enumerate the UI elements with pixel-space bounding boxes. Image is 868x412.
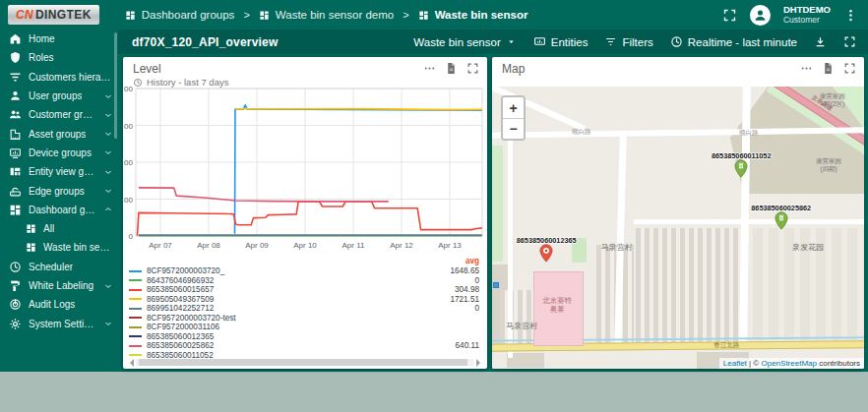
sidebar-scrollbar[interactable]	[114, 32, 117, 139]
breadcrumb-item[interactable]: Dashboard groups	[125, 9, 235, 21]
map-point-marker[interactable]	[493, 282, 499, 288]
legend-item[interactable]: 8695050493675091721.51	[129, 295, 479, 305]
chevron-down-icon	[103, 167, 113, 177]
widget-more-icon[interactable]	[800, 62, 813, 75]
sidebar-item-asset-groups[interactable]: Asset groups	[0, 124, 118, 143]
attribution-separator: | ©	[747, 359, 762, 368]
svg-text:500: 500	[124, 196, 134, 205]
sidebar-item-customers-hierarchy[interactable]: Customers hierarchy	[0, 68, 118, 87]
leaflet-link[interactable]: Leaflet	[723, 359, 747, 368]
widget-fullscreen-icon[interactable]	[843, 62, 856, 75]
dashboard-icon	[26, 242, 36, 253]
shield-icon	[9, 51, 22, 64]
sidebar-item-roles[interactable]: Roles	[0, 48, 118, 67]
breadcrumb-separator: >	[403, 9, 408, 21]
legend-label: 865385060025862	[147, 341, 456, 350]
breadcrumb: Dashboard groups>Waste bin sensor demo>W…	[125, 9, 528, 21]
scroll-left-icon[interactable]	[126, 359, 134, 367]
legend-color-swatch	[129, 270, 142, 272]
zoom-out-button[interactable]: −	[503, 118, 524, 139]
widget-more-icon[interactable]	[423, 62, 436, 75]
widget-export-icon[interactable]	[822, 62, 835, 75]
more-menu-icon[interactable]	[843, 8, 858, 23]
chevron-down-icon	[103, 319, 113, 328]
legend-item[interactable]: 865385060025862640.11	[129, 341, 479, 351]
sidebar-item-label: Customer groups	[29, 109, 96, 120]
legend-label: 8CF9572000003720-test	[147, 314, 479, 323]
sidebar-item-system-settings[interactable]: System Settings	[0, 314, 118, 332]
sidebar-item-home[interactable]: Home	[0, 29, 118, 48]
breadcrumb-item[interactable]: Waste bin sensor demo	[259, 9, 394, 21]
svg-text:Apr 13: Apr 13	[438, 241, 462, 250]
map-canvas[interactable]: + − Leaflet | © OpenStreetMap contributo…	[492, 87, 864, 369]
scrollbar-thumb[interactable]	[139, 359, 467, 366]
timewindow-button[interactable]: Realtime - last minute	[670, 35, 797, 48]
sidebar-item-device-groups[interactable]: Device groups	[0, 144, 118, 162]
widget-actions	[423, 62, 479, 87]
brand-logo[interactable]: CN DINGTEK	[8, 5, 99, 25]
legend-item[interactable]: 8CF9572000003720-test	[129, 314, 479, 324]
entities-button[interactable]: Entities	[533, 35, 589, 48]
level-hscrollbar[interactable]	[126, 358, 484, 367]
gear-icon	[9, 318, 22, 330]
dashboard-icon	[259, 10, 270, 21]
sidebar-item-all[interactable]: All	[0, 219, 118, 238]
filters-button[interactable]: Filters	[604, 35, 652, 48]
fullscreen-icon[interactable]	[722, 8, 737, 23]
sidebar-item-label: Dashboard groups	[29, 205, 96, 215]
legend-rows: 8CF9572000003720_1648.658643760469669320…	[129, 266, 479, 360]
user-info[interactable]: DHTDEMO Customer	[783, 5, 831, 26]
home-icon	[9, 32, 22, 45]
scrollbar-track[interactable]	[136, 359, 474, 366]
sidebar-item-label: User groups	[29, 90, 82, 101]
legend-color-swatch	[129, 345, 142, 347]
sidebar-item-dashboard-groups[interactable]: Dashboard groups	[0, 201, 118, 219]
sidebar-item-white-labeling[interactable]: White Labeling	[0, 276, 118, 295]
svg-text:Apr 08: Apr 08	[197, 241, 220, 250]
zoom-in-button[interactable]: +	[503, 97, 524, 118]
breadcrumb-item[interactable]: Waste bin sensor	[418, 9, 528, 21]
entities-icon	[533, 35, 546, 48]
legend-item[interactable]: 865385060012365	[129, 332, 479, 342]
sidebar: HomeRolesCustomers hierarchyUser groupsC…	[0, 29, 118, 372]
dashboard-toolbar: df70X_120_API_overview Waste bin sensor …	[118, 29, 868, 54]
filters-icon	[604, 35, 617, 48]
map-attribution: Leaflet | © OpenStreetMap contributors	[719, 358, 864, 369]
entity-alias-label: Waste bin sensor	[413, 36, 500, 48]
top-header: CN DINGTEK Dashboard groups>Waste bin se…	[0, 0, 868, 29]
sidebar-item-scheduler[interactable]: Scheduler	[0, 258, 118, 276]
sidebar-item-label: White Labeling	[29, 280, 93, 291]
legend-item[interactable]: 865385060015657304.98	[129, 285, 479, 295]
toolbar-actions: Waste bin sensor Entities Filters	[413, 35, 856, 48]
sidebar-item-user-groups[interactable]: User groups	[0, 87, 118, 105]
scroll-right-icon[interactable]	[476, 359, 484, 367]
widget-fullscreen-icon[interactable]	[466, 62, 479, 75]
logo-cn-text: CN	[16, 8, 33, 22]
legend-item[interactable]: 8CF9572000031106	[129, 323, 479, 332]
sidebar-item-waste-bin-sensor-demo[interactable]: Waste bin sensor demo	[0, 238, 118, 257]
map-widget-header: Map	[492, 57, 864, 87]
sidebar-item-customer-groups[interactable]: Customer groups	[0, 105, 118, 124]
avatar[interactable]	[750, 5, 771, 26]
sidebar-item-edge-groups[interactable]: Edge groups	[0, 181, 118, 200]
sidebar-item-entity-view-groups[interactable]: Entity view groups	[0, 162, 118, 181]
legend-color-swatch	[129, 279, 142, 281]
entities-label: Entities	[551, 36, 589, 48]
svg-text:Apr 07: Apr 07	[149, 241, 172, 250]
breadcrumb-separator: >	[243, 9, 249, 21]
svg-text:Apr 12: Apr 12	[390, 241, 413, 250]
legend-item[interactable]: 8CF9572000003720_1648.65	[129, 266, 479, 276]
widget-export-icon[interactable]	[445, 62, 458, 75]
legend-label: 865385060015657	[147, 285, 455, 294]
sidebar-item-audit-logs[interactable]: Audit Logs	[0, 295, 118, 314]
entity-alias-select[interactable]: Waste bin sensor	[413, 36, 516, 48]
osm-link[interactable]: OpenStreetMap	[761, 359, 816, 368]
toolbar-fullscreen-icon[interactable]	[843, 35, 856, 48]
legend-item[interactable]: 8643760469669320	[129, 276, 479, 286]
dashboard-icon	[26, 223, 36, 234]
sidebar-item-label: Asset groups	[29, 129, 86, 140]
download-icon[interactable]	[814, 35, 827, 48]
breadcrumb-label: Dashboard groups	[142, 9, 235, 21]
chevron-down-icon	[103, 129, 113, 139]
legend-item[interactable]: 8699510422527120	[129, 304, 479, 314]
